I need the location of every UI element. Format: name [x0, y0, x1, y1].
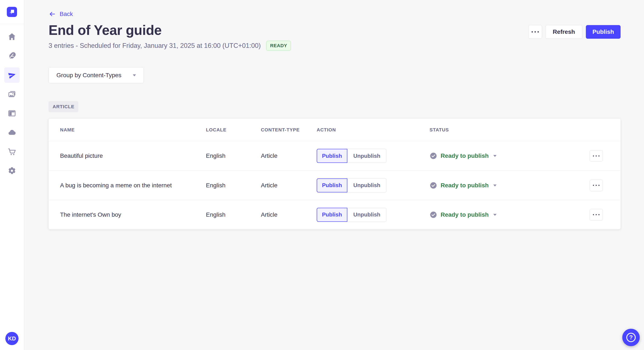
user-avatar[interactable]: KD: [5, 332, 18, 345]
gear-icon: [8, 167, 16, 175]
entry-name: A bug is becoming a meme on the internet: [60, 182, 206, 189]
sidebar: KD: [0, 0, 24, 350]
back-label: Back: [60, 11, 73, 17]
main-content: Back End of Year guide 3 entries - Sched…: [24, 0, 644, 350]
entry-locale: English: [206, 182, 261, 189]
entries-table-card: NAME LOCALE CONTENT-TYPE ACTION STATUS B…: [48, 119, 620, 229]
sidebar-item-home[interactable]: [4, 29, 20, 44]
row-unpublish-button[interactable]: Unpublish: [347, 208, 386, 222]
entry-status-dropdown[interactable]: Ready to publish: [430, 152, 572, 160]
table-row: The internet's Own boy English Article P…: [48, 200, 620, 229]
entry-status-dropdown[interactable]: Ready to publish: [430, 211, 572, 219]
publish-button[interactable]: Publish: [586, 25, 620, 39]
action-toggle: Publish Unpublish: [317, 208, 430, 222]
release-header: Back End of Year guide 3 entries - Sched…: [24, 0, 644, 51]
action-toggle: Publish Unpublish: [317, 149, 430, 163]
row-more-button[interactable]: [590, 150, 603, 162]
sidebar-item-cloud[interactable]: [4, 125, 20, 140]
row-publish-button[interactable]: Publish: [317, 208, 347, 222]
status-badge: READY: [266, 41, 291, 51]
toolbar: Group by Content-Types: [24, 67, 644, 83]
row-publish-button[interactable]: Publish: [317, 178, 347, 192]
more-dots-icon: [532, 31, 539, 32]
entry-name: Beautiful picture: [60, 153, 206, 159]
back-link[interactable]: Back: [48, 9, 73, 19]
strapi-logo-icon: [7, 7, 16, 16]
table-row: A bug is becoming a meme on the internet…: [48, 171, 620, 200]
row-more-button[interactable]: [590, 180, 603, 191]
column-header-status: STATUS: [430, 127, 572, 133]
entry-content-type: Article: [261, 211, 317, 218]
column-header-locale: LOCALE: [206, 127, 261, 133]
more-options-button[interactable]: [528, 25, 542, 39]
caret-down-icon: [492, 212, 498, 217]
media-library-icon: [8, 90, 16, 98]
column-header-name: NAME: [60, 127, 206, 133]
release-subtitle: 3 entries - Scheduled for Friday, Januar…: [48, 42, 261, 49]
header-actions: Refresh Publish: [528, 25, 620, 39]
column-header-action: ACTION: [317, 127, 430, 133]
strapi-logo[interactable]: [7, 7, 17, 17]
row-publish-button[interactable]: Publish: [317, 149, 347, 163]
table-header-row: NAME LOCALE CONTENT-TYPE ACTION STATUS: [48, 119, 620, 141]
subtitle-row: 3 entries - Scheduled for Friday, Januar…: [48, 40, 620, 51]
check-circle-icon: [430, 211, 437, 219]
group-by-label: Group by Content-Types: [56, 72, 122, 79]
status-label: Ready to publish: [440, 182, 489, 189]
entry-locale: English: [206, 153, 261, 159]
refresh-button[interactable]: Refresh: [546, 25, 582, 39]
cloud-icon: [8, 128, 16, 137]
arrow-left-icon: [48, 10, 56, 18]
home-icon: [8, 32, 16, 41]
row-unpublish-button[interactable]: Unpublish: [347, 178, 386, 192]
row-unpublish-button[interactable]: Unpublish: [347, 149, 386, 163]
table-row: Beautiful picture English Article Publis…: [48, 141, 620, 171]
cart-icon: [8, 147, 16, 156]
entry-locale: English: [206, 211, 261, 218]
caret-down-icon: [492, 153, 498, 159]
chevron-down-icon: [132, 72, 137, 78]
group-badge: ARTICLE: [48, 101, 78, 112]
more-dots-icon: [593, 156, 600, 157]
sidebar-item-media-library[interactable]: [4, 87, 20, 102]
more-dots-icon: [593, 185, 600, 186]
column-header-content-type: CONTENT-TYPE: [261, 127, 317, 133]
question-mark-icon: ?: [626, 333, 636, 342]
more-dots-icon: [593, 214, 600, 215]
layout-icon: [8, 109, 16, 118]
check-circle-icon: [430, 181, 437, 189]
article-group-section: ARTICLE NAME LOCALE CONTENT-TYPE ACTION …: [24, 83, 644, 229]
sidebar-item-releases[interactable]: [4, 67, 20, 83]
feather-icon: [8, 52, 16, 60]
help-button[interactable]: ?: [622, 329, 640, 346]
sidebar-nav: [4, 29, 20, 178]
status-label: Ready to publish: [440, 211, 489, 218]
row-more-button[interactable]: [590, 209, 603, 220]
sidebar-item-content-manager[interactable]: [4, 48, 20, 64]
paper-plane-icon: [8, 71, 16, 79]
sidebar-item-content-type-builder[interactable]: [4, 106, 20, 121]
sidebar-item-marketplace[interactable]: [4, 144, 20, 159]
entry-name: The internet's Own boy: [60, 211, 206, 218]
entry-status-dropdown[interactable]: Ready to publish: [430, 181, 572, 189]
sidebar-item-settings[interactable]: [4, 163, 20, 178]
caret-down-icon: [492, 183, 498, 188]
logo-container: [0, 0, 24, 24]
check-circle-icon: [430, 152, 437, 160]
entry-content-type: Article: [261, 182, 317, 189]
entry-content-type: Article: [261, 153, 317, 159]
status-label: Ready to publish: [440, 153, 489, 159]
group-by-select[interactable]: Group by Content-Types: [48, 67, 144, 83]
action-toggle: Publish Unpublish: [317, 178, 430, 192]
